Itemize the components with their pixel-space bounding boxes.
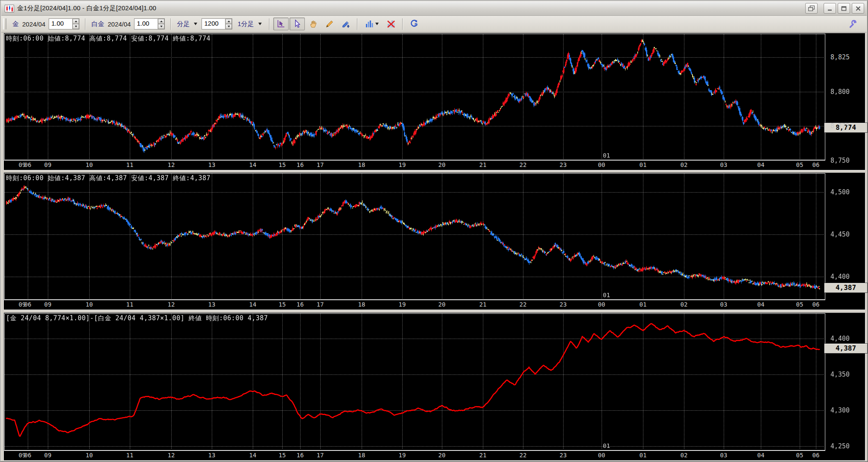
bar-count-value: 1200 <box>202 19 225 29</box>
time-axis-label: 13 <box>205 161 219 168</box>
pencil-icon <box>325 19 334 29</box>
settings-wrench-button[interactable] <box>845 18 861 30</box>
pencil-draw-tool-button[interactable] <box>322 18 337 30</box>
time-axis-label-overlap: 06 <box>20 161 35 168</box>
platinum-ratio-up-button[interactable] <box>158 19 164 24</box>
hand-icon <box>309 19 318 29</box>
reload-icon: R <box>409 19 419 29</box>
svg-text:R: R <box>415 22 418 26</box>
spread-info: [金 24/04 8,774×1.00]-[白金 24/04 4,387×1.0… <box>6 314 268 322</box>
price-axis-label: 8,800 <box>830 88 850 96</box>
time-axis-label: 23 <box>556 452 570 459</box>
time-axis-label: 13 <box>205 452 219 459</box>
toolbar: 金 2024/04 1.00 白金 2024/04 1.00 分足 1200 1… <box>1 16 867 32</box>
time-axis-label: 20 <box>435 452 449 459</box>
time-axis-label: 03 <box>716 161 731 168</box>
marker-draw-tool-button[interactable] <box>338 18 354 30</box>
time-axis-label: 22 <box>516 452 530 459</box>
time-axis-label: 06 <box>809 301 823 308</box>
time-axis-label: 11 <box>123 161 137 168</box>
titlebar: 金1分足[2024/04]1.00 - 白金1分足[2024/04]1.00 <box>1 1 867 16</box>
bar-count-up-button[interactable] <box>225 19 232 24</box>
time-axis-label: 06 <box>809 161 823 168</box>
gold-ratio-value: 1.00 <box>49 19 72 29</box>
timeframe-dropdown-arrow[interactable] <box>258 23 262 25</box>
time-axis-label: 01 <box>636 301 650 308</box>
spread-chart-panel: [金 24/04 8,774×1.00]-[白金 24/04 4,387×1.0… <box>3 313 865 461</box>
time-axis-label: 11 <box>123 301 137 308</box>
time-axis-label: 09 <box>41 161 55 168</box>
price-axis-label: 4,350 <box>830 371 850 378</box>
time-axis-label: 02 <box>677 452 691 459</box>
platinum-ohlc-info: 時刻:06:00 始値:4,387 高値:4,387 安値:4,387 終値:4… <box>6 174 210 182</box>
time-axis-label: 06 <box>809 452 823 459</box>
gold-chart-panel: 時刻:06:00 始値:8,774 高値:8,774 安値:8,774 終値:8… <box>3 33 865 170</box>
pan-hand-tool-button[interactable] <box>306 18 321 30</box>
time-axis-label: 12 <box>164 161 178 168</box>
gold-ratio-up-button[interactable] <box>73 19 79 24</box>
time-axis-label: 02 <box>677 301 691 308</box>
bar-type-dropdown-arrow[interactable] <box>194 23 197 25</box>
gold-chart-canvas[interactable] <box>4 34 825 160</box>
window-buttons <box>805 3 867 14</box>
spread-last-price-badge: 4,387 <box>824 343 868 354</box>
time-axis-label: 23 <box>556 301 570 308</box>
chart-pointer-tool-button[interactable] <box>273 18 289 30</box>
bar-count-down-button[interactable] <box>225 24 232 29</box>
toolbar-separator <box>85 18 86 30</box>
time-axis-label: 00 <box>594 301 609 308</box>
time-axis-label: 20 <box>435 301 449 308</box>
time-axis-label: 00 <box>594 161 609 168</box>
spread-date-label: 01 <box>603 442 610 449</box>
platinum-chart-canvas[interactable] <box>4 173 825 300</box>
gold-month: 2024/04 <box>22 20 45 28</box>
delete-drawings-button[interactable] <box>383 18 399 30</box>
platinum-month: 2024/04 <box>108 20 131 28</box>
time-axis-label: 13 <box>205 301 219 308</box>
time-axis-label: 23 <box>556 161 570 168</box>
app-icon <box>5 5 14 12</box>
bar-chart-icon <box>365 19 374 29</box>
time-axis-label: 14 <box>245 301 260 308</box>
float-window-button[interactable] <box>805 3 818 14</box>
timeframe-label: 1分足 <box>237 20 254 28</box>
price-axis-label: 8,750 <box>830 157 850 164</box>
spread-chart-canvas[interactable] <box>4 313 825 450</box>
bar-count-spinbox[interactable]: 1200 <box>202 18 232 29</box>
maximize-button[interactable] <box>838 3 850 14</box>
gold-ratio-spinbox[interactable]: 1.00 <box>49 18 79 29</box>
toolbar-separator <box>402 18 403 30</box>
close-button[interactable] <box>852 3 864 14</box>
time-axis-label: 05 <box>792 452 807 459</box>
platinum-last-price-badge: 4,387 <box>824 283 868 293</box>
time-axis-label: 05 <box>792 161 807 168</box>
time-axis-label-overlap: 06 <box>20 301 35 308</box>
price-axis-label: 4,400 <box>830 273 850 281</box>
gold-label: 金 <box>12 20 19 28</box>
delete-chart-icon <box>386 19 396 29</box>
platinum-date-label: 01 <box>603 292 610 298</box>
platinum-ratio-down-button[interactable] <box>158 24 164 29</box>
time-axis-label: 12 <box>164 301 178 308</box>
time-axis-label: 18 <box>354 301 369 308</box>
time-axis-label: 17 <box>313 161 327 168</box>
time-axis-label: 04 <box>754 161 768 168</box>
minimize-button[interactable] <box>824 3 836 14</box>
toolbar-grip[interactable] <box>3 18 6 29</box>
time-axis-label: 17 <box>313 301 327 308</box>
price-axis-label: 4,450 <box>830 231 850 238</box>
gold-date-label: 01 <box>603 152 610 159</box>
bar-type-label: 分足 <box>177 20 190 28</box>
platinum-chart-panel: 時刻:06:00 始値:4,387 高値:4,387 安値:4,387 終値:4… <box>3 173 865 310</box>
time-axis-label: 15 <box>275 161 289 168</box>
select-cursor-tool-button[interactable] <box>289 18 305 30</box>
platinum-ratio-spinbox[interactable]: 1.00 <box>134 18 165 29</box>
time-axis-line <box>4 300 825 300</box>
chart-style-dropdown-arrow[interactable] <box>375 23 379 25</box>
chart-style-button[interactable] <box>361 18 383 30</box>
reload-button[interactable]: R <box>406 18 422 30</box>
time-axis-label: 14 <box>245 161 260 168</box>
time-axis-label: 00 <box>594 452 609 459</box>
gold-ratio-down-button[interactable] <box>73 24 79 29</box>
time-axis-label: 19 <box>395 452 409 459</box>
